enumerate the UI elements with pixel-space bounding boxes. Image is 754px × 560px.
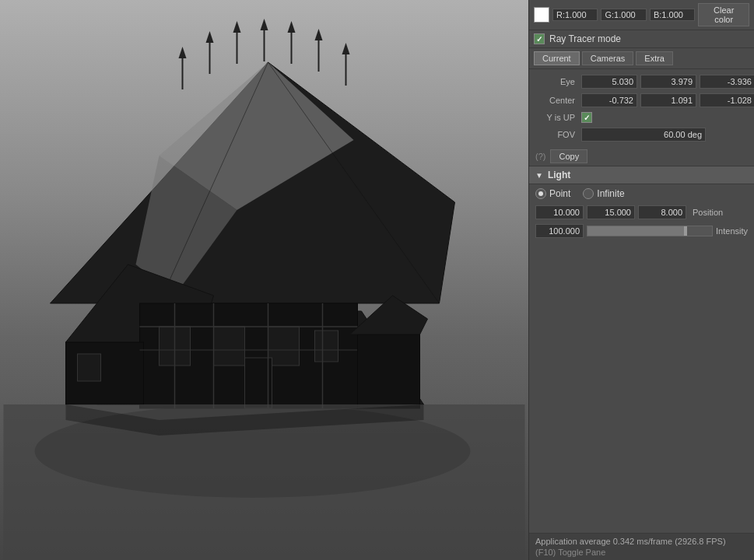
eye-x-input[interactable] (581, 75, 637, 89)
infinite-radio[interactable] (583, 188, 594, 199)
ray-tracer-row: Ray Tracer mode (529, 30, 754, 48)
svg-marker-10 (206, 31, 214, 43)
svg-marker-20 (342, 43, 350, 54)
svg-marker-14 (261, 19, 268, 30)
intensity-label: Intensity (716, 226, 748, 236)
infinite-label: Infinite (597, 188, 624, 199)
performance-text: Application average 0.342 ms/frame (2926… (535, 537, 748, 546)
tab-extra[interactable]: Extra (636, 51, 673, 65)
ray-tracer-label: Ray Tracer mode (549, 33, 621, 44)
light-z-input[interactable] (638, 205, 686, 219)
light-intensity-row: Intensity (529, 222, 754, 240)
svg-rect-24 (214, 327, 245, 366)
center-y-input[interactable] (640, 93, 696, 107)
point-radio-option[interactable]: Point (535, 188, 570, 199)
svg-rect-36 (358, 334, 420, 408)
svg-rect-26 (315, 331, 338, 362)
settings-area: Eye Center Y is UP FOV (529, 69, 754, 147)
svg-rect-25 (268, 327, 300, 366)
svg-marker-12 (233, 21, 241, 33)
y-is-up-row: Y is UP (529, 110, 754, 125)
point-label: Point (549, 188, 570, 199)
fov-input[interactable] (581, 128, 706, 142)
center-z-input[interactable] (700, 93, 754, 107)
infinite-radio-option[interactable]: Infinite (583, 188, 624, 199)
tab-cameras[interactable]: Cameras (582, 51, 634, 65)
light-x-input[interactable] (535, 205, 584, 219)
intensity-slider-fill (587, 226, 687, 236)
right-panel: R:1.000 G:1.000 B:1.000 Clear color Ray … (528, 0, 754, 560)
tab-current[interactable]: Current (534, 51, 580, 65)
y-is-up-checkbox[interactable] (581, 112, 592, 123)
g-value: G:1.000 (601, 9, 646, 21)
position-label: Position (693, 208, 723, 217)
light-label: Light (548, 170, 570, 180)
eye-z-input[interactable] (700, 75, 754, 89)
eye-y-input[interactable] (640, 75, 696, 89)
fov-row: FOV (529, 125, 754, 144)
eye-label: Eye (535, 77, 578, 86)
clear-color-button[interactable]: Clear color (698, 3, 749, 26)
fov-label: FOV (535, 130, 578, 139)
3d-viewport[interactable] (0, 0, 528, 560)
r-value: R:1.000 (552, 9, 598, 21)
triangle-down-icon: ▼ (535, 171, 543, 180)
light-y-input[interactable] (587, 205, 635, 219)
svg-marker-18 (315, 29, 323, 40)
tab-bar: Current Cameras Extra (529, 48, 754, 69)
y-is-up-label: Y is UP (535, 113, 578, 122)
light-section-header[interactable]: ▼ Light (529, 166, 754, 184)
intensity-slider[interactable] (587, 226, 713, 236)
svg-marker-8 (179, 47, 187, 58)
ray-tracer-checkbox[interactable] (534, 33, 545, 44)
svg-rect-29 (78, 354, 101, 381)
svg-marker-16 (288, 21, 296, 33)
center-x-input[interactable] (581, 93, 637, 107)
copy-row: (?) Copy (529, 147, 754, 166)
intensity-slider-thumb (684, 226, 687, 236)
b-value: B:1.000 (650, 9, 695, 21)
point-radio[interactable] (535, 188, 546, 199)
copy-button[interactable]: Copy (550, 149, 587, 163)
status-bar: Application average 0.342 ms/frame (2926… (529, 533, 754, 560)
center-row: Center (529, 91, 754, 110)
light-type-row: Point Infinite (529, 184, 754, 203)
intensity-input[interactable] (535, 224, 584, 238)
toggle-pane-text: (F10) Toggle Pane (535, 548, 748, 557)
center-label: Center (535, 96, 578, 105)
help-badge: (?) (535, 152, 545, 161)
color-row: R:1.000 G:1.000 B:1.000 Clear color (529, 0, 754, 30)
eye-row: Eye (529, 72, 754, 91)
color-swatch[interactable] (534, 7, 549, 23)
light-position-row: Position (529, 203, 754, 222)
